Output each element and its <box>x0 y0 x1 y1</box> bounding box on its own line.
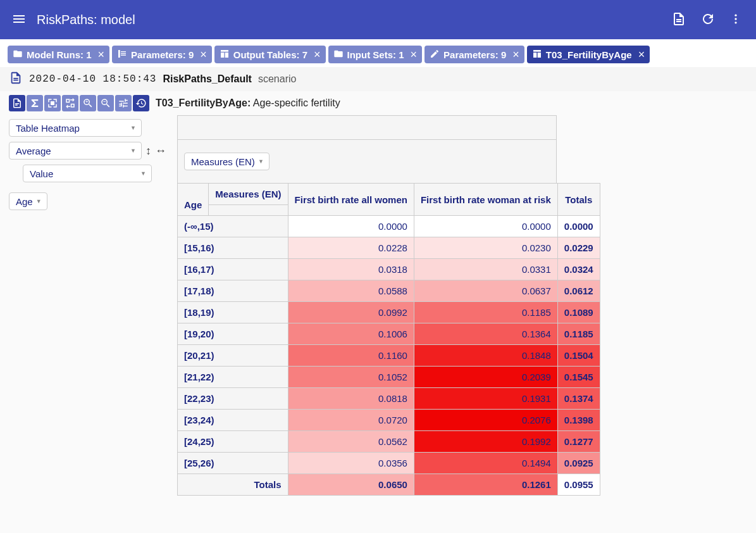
cell: 0.0229 <box>557 237 600 259</box>
cell: 0.0324 <box>557 259 600 280</box>
col-dim-select[interactable]: Measures (EN) <box>184 153 270 170</box>
svg-point-2 <box>734 22 736 23</box>
cell: 0.1848 <box>414 345 557 367</box>
totals-cell: 0.1261 <box>414 474 557 496</box>
table-icon <box>220 49 230 61</box>
close-icon[interactable]: × <box>638 49 645 60</box>
cell: 0.1277 <box>557 431 600 453</box>
run-timestamp: 2020-04-10 18:50:43 <box>29 73 156 85</box>
pencil-icon <box>430 49 440 61</box>
view-mode-label: Table Heatmap <box>16 123 80 134</box>
cell: 0.0992 <box>288 302 414 323</box>
cell: 0.1089 <box>557 302 600 323</box>
refresh-button[interactable] <box>700 11 716 28</box>
close-icon[interactable]: × <box>411 49 418 60</box>
tab-5[interactable]: T03_FertilityByAge× <box>527 46 650 63</box>
row-label: [21,22) <box>178 367 288 388</box>
col-header-2: Totals <box>557 184 600 216</box>
row-dim-select[interactable]: Age <box>9 192 47 210</box>
table-row: [24,25)0.05620.19920.1277 <box>178 431 600 453</box>
cell: 0.0000 <box>557 216 600 237</box>
cell: 0.0818 <box>288 388 414 410</box>
tb-reset-button[interactable] <box>133 95 149 111</box>
table-icon <box>532 49 542 61</box>
tab-bar: Model Runs: 1×Parameters: 9×Output Table… <box>0 39 756 67</box>
value-source-select[interactable]: Value <box>23 165 152 182</box>
totals-cell: 0.0955 <box>557 474 600 496</box>
tb-swap-button[interactable] <box>62 95 78 111</box>
cell: 0.0228 <box>288 237 414 259</box>
more-button[interactable] <box>729 13 742 27</box>
table-row: [18,19)0.09920.11850.1089 <box>178 302 600 323</box>
menu-button[interactable] <box>11 11 27 28</box>
tb-zoomin-button[interactable] <box>80 95 96 111</box>
table-desc: Age-specific fertility <box>253 97 340 108</box>
folder-icon <box>333 49 344 61</box>
folder-icon <box>13 49 23 61</box>
row-label: [22,23) <box>178 388 288 410</box>
cell: 0.1992 <box>414 431 557 453</box>
view-mode-select[interactable]: Table Heatmap <box>9 119 142 137</box>
tb-sigma-button[interactable] <box>27 95 43 111</box>
document-button[interactable] <box>671 11 686 28</box>
cell: 0.1545 <box>557 367 600 388</box>
close-icon[interactable]: × <box>98 49 105 60</box>
table-row: [19,20)0.10060.13640.1185 <box>178 323 600 345</box>
row-dim-header: Age <box>178 184 209 216</box>
app-title: RiskPaths: model <box>37 13 671 27</box>
col-header-0: First birth rate all women <box>288 184 414 216</box>
tb-copy-button[interactable] <box>44 95 61 111</box>
history-icon <box>135 97 147 109</box>
cell: 0.0637 <box>414 280 557 302</box>
tab-1[interactable]: Parameters: 9× <box>112 46 212 63</box>
table-row: [15,16)0.02280.02300.0229 <box>178 237 600 259</box>
tab-2[interactable]: Output Tables: 7× <box>214 46 326 63</box>
hamburger-icon <box>11 11 27 27</box>
row-label: [18,19) <box>178 302 288 323</box>
sigma-icon <box>29 97 40 109</box>
cell: 0.0230 <box>414 237 557 259</box>
tab-label: Parameters: 9 <box>131 49 194 60</box>
document-icon <box>11 97 23 109</box>
tb-settings-button[interactable] <box>115 95 132 111</box>
cell: 0.1364 <box>414 323 557 345</box>
tune-icon <box>118 97 129 109</box>
cell: 0.0925 <box>557 453 600 474</box>
tb-notes-button[interactable] <box>9 95 25 111</box>
tab-label: Input Sets: 1 <box>347 49 404 60</box>
zoom-out-icon <box>100 97 111 109</box>
table-row: [21,22)0.10520.20390.1545 <box>178 367 600 388</box>
table-toolbar: T03_FertilityByAge: Age-specific fertili… <box>0 91 756 115</box>
table-code: T03_FertilityByAge: <box>156 97 251 108</box>
tab-label: Output Tables: 7 <box>233 49 307 60</box>
aggregation-select[interactable]: Average <box>9 142 142 160</box>
close-icon[interactable]: × <box>512 49 519 60</box>
expand-horizontal-button[interactable]: ↔ <box>155 144 166 158</box>
cell: 0.2076 <box>414 410 557 431</box>
tab-label: Parameters: 9 <box>443 49 506 60</box>
close-icon[interactable]: × <box>314 49 321 60</box>
row-label: [24,25) <box>178 431 288 453</box>
table-panel: Measures (EN) AgeMeasures (EN)First birt… <box>177 115 557 496</box>
tab-3[interactable]: Input Sets: 1× <box>328 46 423 63</box>
svg-point-0 <box>734 14 736 16</box>
run-name: RiskPaths_Default <box>163 73 252 85</box>
cell: 0.0356 <box>288 453 414 474</box>
tab-4[interactable]: Parameters: 9× <box>424 46 524 63</box>
table-row: [16,17)0.03180.03310.0324 <box>178 259 600 280</box>
tab-0[interactable]: Model Runs: 1× <box>8 46 109 63</box>
zoom-in-icon <box>82 97 94 109</box>
tb-zoomout-button[interactable] <box>97 95 114 111</box>
totals-label: Totals <box>178 474 288 496</box>
cell: 0.1185 <box>557 323 600 345</box>
row-label: [17,18) <box>178 280 288 302</box>
row-label: [20,21) <box>178 345 288 367</box>
tab-label: T03_FertilityByAge <box>546 49 632 60</box>
row-label: [19,20) <box>178 323 288 345</box>
expand-vertical-button[interactable]: ↕ <box>146 144 151 158</box>
cell: 0.0612 <box>557 280 600 302</box>
cell: 0.0000 <box>414 216 557 237</box>
cell: 0.2039 <box>414 367 557 388</box>
cell: 0.1494 <box>414 453 557 474</box>
close-icon[interactable]: × <box>200 49 207 60</box>
